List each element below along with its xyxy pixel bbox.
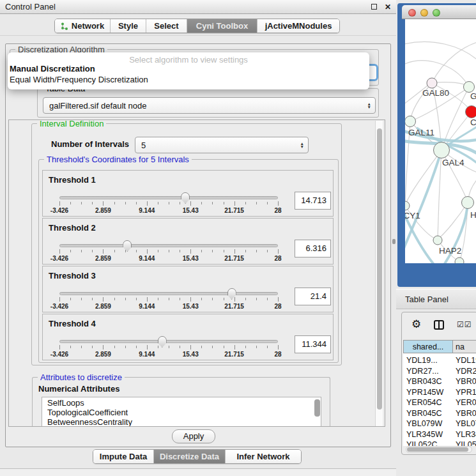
threshold-3-slider[interactable]: [59, 292, 278, 295]
tab-select[interactable]: Select: [146, 19, 187, 33]
network-node-label: H: [470, 210, 476, 220]
attributes-group-title: Attributes to discretize: [38, 372, 125, 382]
threshold-4-value-field[interactable]: 11.344: [295, 335, 331, 353]
screen: Control Panel ✕ Network Style Select: [0, 0, 476, 476]
table-data-combobox[interactable]: galFiltered.sif default node ▲▼: [43, 97, 376, 114]
checkbox-icons[interactable]: ☑☑: [457, 320, 472, 329]
column-layout-icon[interactable]: [434, 320, 444, 330]
threshold-2-ticks: [59, 249, 278, 254]
network-node-label: C: [470, 118, 476, 127]
float-icon[interactable]: [371, 4, 377, 10]
list-item[interactable]: BetweennessCentrality: [42, 417, 321, 426]
table-row[interactable]: YBL079WYBL079W: [403, 419, 476, 430]
threshold-4-tick-labels: -3.426 2.859 9.144 15.43 21.715 28: [59, 351, 278, 358]
control-panel-titlebar: Control Panel ✕: [0, 0, 396, 14]
network-node[interactable]: [464, 82, 475, 93]
threshold-3-label: Threshold 3: [49, 271, 96, 280]
threshold-1-label: Threshold 1: [49, 175, 96, 185]
network-node[interactable]: [433, 236, 442, 245]
table-header-row: shared... na: [403, 340, 476, 353]
minimize-traffic-light[interactable]: [420, 9, 428, 17]
tab-network[interactable]: Network: [55, 19, 111, 33]
top-tabs: Network Style Select Cyni Toolbox jActiv…: [54, 19, 340, 33]
column-header-name[interactable]: na: [453, 340, 476, 353]
close-icon[interactable]: ✕: [385, 3, 391, 12]
top-tabstrip: Network Style Select Cyni Toolbox jActiv…: [0, 14, 396, 36]
threshold-1-slider[interactable]: [59, 196, 278, 199]
tab-infer-network[interactable]: Infer Network: [226, 450, 301, 463]
settings-scrollpane: Interval Definition Number of Intervals …: [8, 119, 385, 427]
popup-prompt: Select algorithm to view settings: [8, 52, 369, 63]
threshold-4-ticks: [59, 345, 278, 350]
tab-style[interactable]: Style: [111, 19, 146, 33]
table-panel-title: Table Panel: [405, 295, 449, 304]
splitter-handle[interactable]: [392, 239, 395, 244]
threshold-2-value-field[interactable]: 6.316: [295, 240, 331, 257]
list-scrollbar-thumb[interactable]: [314, 399, 320, 417]
network-node[interactable]: [455, 257, 464, 263]
table-data-value: galFiltered.sif default node: [49, 101, 146, 111]
gear-icon[interactable]: ⚙: [411, 318, 421, 331]
network-node[interactable]: [405, 116, 416, 127]
network-icon: [61, 22, 68, 30]
column-header-shared-name[interactable]: shared...: [403, 340, 453, 353]
apply-button[interactable]: Apply: [172, 429, 215, 443]
threshold-2-label: Threshold 2: [49, 223, 96, 233]
popup-option-equal-width[interactable]: Equal Width/Frequency Discretization: [8, 74, 369, 85]
threshold-3-value-field[interactable]: 21.4: [295, 288, 331, 305]
table-data-group: Table Data galFiltered.sif default node …: [37, 88, 379, 118]
threshold-coordinates-group: Threshold's Coordinates for 5 Intervals …: [38, 159, 339, 363]
table-row[interactable]: YBR045CYBR045C: [403, 409, 476, 420]
table-row[interactable]: YER054CYER054C: [403, 398, 476, 409]
threshold-1-value-field[interactable]: 14.713: [295, 192, 331, 210]
table-row[interactable]: YDR27...YDR27...: [403, 367, 476, 378]
table-row[interactable]: YDL19...YDL19...: [403, 356, 476, 367]
threshold-2-box: Threshold 2 -3.426 2.859 9.144 15.43 21.…: [42, 218, 334, 265]
table-row[interactable]: YBR043CYBR043C: [403, 377, 476, 388]
settings-scrollbar[interactable]: [375, 121, 383, 426]
network-svg: GAL80GACGAL11GAL4GCY1HHAP2: [405, 19, 476, 263]
threshold-3-tick-labels: -3.426 2.859 9.144 15.43 21.715 28: [59, 303, 278, 311]
threshold-4-slider[interactable]: [59, 340, 278, 343]
table-row[interactable]: YIL052CYIL052C: [403, 440, 476, 446]
table-hscrollbar-thumb[interactable]: [407, 447, 468, 452]
settings-scrollbar-thumb[interactable]: [377, 128, 382, 410]
threshold-4-label: Threshold 4: [49, 319, 96, 328]
table-hscrollbar[interactable]: [406, 446, 472, 453]
network-node[interactable]: [462, 197, 474, 209]
threshold-4-box: Threshold 4 -3.426 2.859 9.144 15.43 21.…: [42, 314, 334, 360]
threshold-2-tick-labels: -3.426 2.859 9.144 15.43 21.715 28: [59, 255, 278, 263]
tab-impute-data[interactable]: Impute Data: [93, 450, 154, 463]
popup-option-manual[interactable]: Manual Discretization: [8, 63, 369, 74]
window-bottom-edge: [0, 468, 396, 476]
panel-title: Control Panel: [5, 2, 56, 12]
network-node[interactable]: [434, 142, 450, 158]
network-node[interactable]: [427, 78, 437, 88]
number-of-intervals-value: 5: [141, 141, 146, 150]
numerical-attributes-label: Numerical Attributes: [38, 384, 119, 394]
table-row[interactable]: YLR345WYLR345W: [403, 430, 476, 441]
bottom-tabs: Impute Data Discretize Data Infer Networ…: [93, 449, 302, 464]
close-traffic-light[interactable]: [408, 9, 416, 17]
network-node[interactable]: [466, 106, 476, 118]
tab-cyni-toolbox[interactable]: Cyni Toolbox: [187, 19, 257, 33]
number-of-intervals-combobox[interactable]: 5 ▲▼: [135, 137, 309, 153]
stepper-arrows-icon: ▲▼: [300, 142, 308, 148]
threshold-1-ticks: [59, 201, 278, 206]
number-of-intervals-label: Number of Intervals: [51, 139, 129, 149]
network-node-label: GCY1: [405, 211, 420, 220]
tab-jactivemnodules[interactable]: jActiveMNodules: [257, 19, 339, 33]
network-node[interactable]: [405, 201, 410, 210]
list-item[interactable]: TopologicalCoefficient: [42, 407, 321, 417]
list-item[interactable]: SelfLoops: [42, 397, 321, 407]
tab-discretize-data[interactable]: Discretize Data: [154, 450, 226, 463]
threshold-2-slider[interactable]: [59, 244, 278, 247]
threshold-1-tick-labels: -3.426 2.859 9.144 15.43 21.715 28: [59, 207, 278, 215]
table-row[interactable]: YPR145WYPR145W: [403, 388, 476, 399]
algorithm-popup: Select algorithm to view settings Manual…: [8, 52, 369, 89]
zoom-traffic-light[interactable]: [433, 9, 440, 17]
table-toolbar: ⚙ ☑☑: [402, 312, 476, 338]
numerical-attributes-list[interactable]: SelfLoops TopologicalCoefficient Between…: [42, 397, 321, 427]
attributes-group: Attributes to discretize Numerical Attri…: [32, 377, 330, 427]
network-canvas[interactable]: GAL80GACGAL11GAL4GCY1HHAP2: [405, 19, 476, 263]
